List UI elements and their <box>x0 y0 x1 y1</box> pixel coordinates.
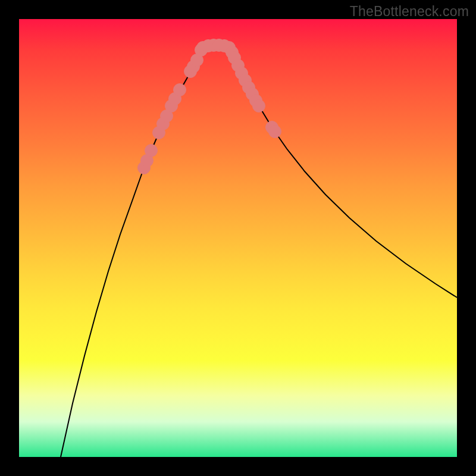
plot-area <box>19 19 457 457</box>
data-marker <box>174 84 186 96</box>
watermark-text: TheBottleneck.com <box>350 4 469 20</box>
data-marker <box>253 100 265 112</box>
data-marker <box>269 126 281 138</box>
chart-frame: TheBottleneck.com <box>0 0 476 476</box>
data-marker <box>145 145 158 157</box>
marker-group <box>138 39 281 174</box>
chart-svg <box>19 19 457 457</box>
